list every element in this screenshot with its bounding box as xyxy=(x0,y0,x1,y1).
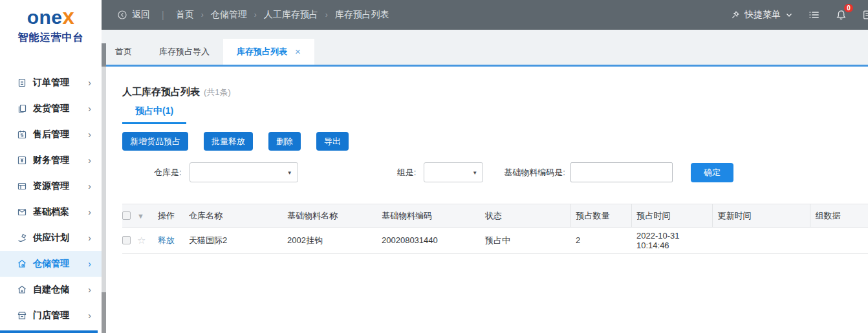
select-all-checkbox[interactable] xyxy=(122,211,131,220)
breadcrumb-manual-reservation[interactable]: 人工库存预占 xyxy=(264,9,318,21)
delete-button[interactable]: 删除 xyxy=(268,132,301,151)
store-icon xyxy=(17,310,27,321)
row-material-code: 200208031440 xyxy=(382,228,485,253)
topbar-divider: | xyxy=(162,10,164,20)
sidebar-item-aftersales-management[interactable]: 售后管理 › xyxy=(0,122,102,147)
column-header-reserved-qty: 预占数量 xyxy=(570,204,631,228)
sidebar-item-warehouse-management[interactable]: 仓储管理 › xyxy=(0,251,102,277)
archive-icon xyxy=(17,207,27,217)
warehouse-filter-label: 仓库是: xyxy=(154,167,182,178)
resource-icon xyxy=(17,181,27,191)
brand-subtitle: 智能运营中台 xyxy=(0,31,102,45)
breadcrumb-reservation-list[interactable]: 库存预占列表 xyxy=(335,9,389,21)
sidebar-scrollbar-top[interactable] xyxy=(102,43,106,67)
brand-logo[interactable]: onex 智能运营中台 xyxy=(0,0,102,45)
material-code-input[interactable] xyxy=(570,162,673,182)
topbar: 返回 | 首页 › 仓储管理 › 人工库存预占 › 库存预占列表 快捷菜单 xyxy=(102,0,868,30)
sidebar-item-supply-plan[interactable]: 供应计划 › xyxy=(0,225,102,251)
table-header-row: ▼ 操作 仓库名称 基础物料名称 基础物料编码 状态 预占数量 预占时间 更新时… xyxy=(122,204,868,228)
sidebar-vertical-scrollbar-thumb[interactable] xyxy=(102,292,106,333)
sidebar-item-order-management[interactable]: 订单管理 › xyxy=(0,70,102,96)
breadcrumb-separator-icon: › xyxy=(201,10,204,19)
clipped-edge-icon[interactable] xyxy=(862,9,868,21)
group-select[interactable]: ▼ xyxy=(424,162,483,182)
page-title-row: 人工库存预占列表(共1条) xyxy=(122,86,868,98)
row-material-name: 2002挂钩 xyxy=(287,228,382,253)
batch-release-button[interactable]: 批量释放 xyxy=(204,132,253,151)
column-header-status: 状态 xyxy=(485,204,570,228)
chevron-right-icon: › xyxy=(88,207,91,217)
tab-reservation-list[interactable]: 库存预占列表 × xyxy=(223,39,314,65)
action-button-row: 新增货品预占 批量释放 删除 导出 xyxy=(122,132,868,151)
tab-strip: 首页 库存预占导入 库存预占列表 × xyxy=(102,30,868,67)
sidebar-item-shipping-management[interactable]: 发货管理 › xyxy=(0,96,102,122)
select-all-header: ▼ xyxy=(122,204,158,228)
quick-menu-button[interactable]: 快捷菜单 xyxy=(730,9,793,21)
breadcrumb-warehouse-management[interactable]: 仓储管理 xyxy=(211,9,247,21)
column-header-group-data: 组数据 xyxy=(810,204,868,228)
supply-icon xyxy=(17,233,27,243)
favorite-star-icon[interactable]: ☆ xyxy=(137,235,146,245)
breadcrumb-home[interactable]: 首页 xyxy=(176,9,194,21)
close-tab-icon[interactable]: × xyxy=(295,39,301,65)
main-area: 返回 | 首页 › 仓储管理 › 人工库存预占 › 库存预占列表 快捷菜单 xyxy=(102,0,868,333)
list-icon[interactable] xyxy=(808,10,820,20)
sidebar-item-finance-management[interactable]: 财务管理 › xyxy=(0,147,102,173)
chevron-right-icon: › xyxy=(88,181,91,191)
page-title: 人工库存预占列表 xyxy=(122,86,200,97)
row-status: 预占中 xyxy=(485,228,570,253)
column-header-material-code: 基础物料编码 xyxy=(382,204,485,228)
row-action-cell: 释放 xyxy=(158,228,189,253)
selection-menu-caret-icon[interactable]: ▼ xyxy=(137,212,144,220)
row-group-data xyxy=(810,228,868,253)
sidebar-menu: 订单管理 › 发货管理 › 售后管理 › 财务管理 › 资源管理 › xyxy=(0,70,102,328)
column-header-action: 操作 xyxy=(158,204,189,228)
row-reserved-qty: 2 xyxy=(570,228,631,253)
self-warehouse-icon xyxy=(17,285,27,295)
sidebar-item-resource-management[interactable]: 资源管理 › xyxy=(0,173,102,199)
sidebar-splitter[interactable] xyxy=(102,43,106,333)
sidebar-horizontal-scrollbar-thumb[interactable] xyxy=(0,330,98,333)
notification-bell-icon[interactable]: 0 xyxy=(836,9,847,21)
breadcrumb-separator-icon: › xyxy=(254,10,257,19)
column-header-update-time: 更新时间 xyxy=(712,204,810,228)
export-button[interactable]: 导出 xyxy=(316,132,349,151)
tab-home[interactable]: 首页 xyxy=(102,39,146,65)
row-reserved-time: 2022-10-31 10:14:46 xyxy=(631,228,712,253)
row-checkbox[interactable] xyxy=(122,236,131,244)
warehouse-icon xyxy=(17,259,27,269)
group-filter-label: 组是: xyxy=(397,167,417,178)
sidebar-item-basic-archives[interactable]: 基础档案 › xyxy=(0,199,102,225)
material-code-filter-label: 基础物料编码是: xyxy=(504,167,565,178)
reservation-table: ▼ 操作 仓库名称 基础物料名称 基础物料编码 状态 预占数量 预占时间 更新时… xyxy=(122,204,868,253)
order-icon xyxy=(17,78,27,88)
notification-count-badge: 0 xyxy=(844,4,853,12)
chevron-right-icon: › xyxy=(88,310,91,321)
row-select-cell: ☆ xyxy=(122,228,158,253)
column-header-material-name: 基础物料名称 xyxy=(287,204,382,228)
back-button[interactable]: 返回 xyxy=(117,9,150,21)
tab-reservation-import[interactable]: 库存预占导入 xyxy=(146,39,223,65)
back-circle-arrow-icon xyxy=(117,10,127,20)
chevron-right-icon: › xyxy=(88,103,91,114)
select-caret-icon: ▼ xyxy=(287,169,292,175)
subtab-reserved[interactable]: 预占中(1) xyxy=(122,105,186,124)
row-update-time xyxy=(712,228,810,253)
column-header-reserved-time: 预占时间 xyxy=(631,204,712,228)
warehouse-select[interactable]: ▼ xyxy=(190,162,298,182)
app-root: onex 智能运营中台 订单管理 › 发货管理 › 售后管理 › 财务管理 xyxy=(0,0,868,333)
add-goods-reservation-button[interactable]: 新增货品预占 xyxy=(122,132,188,151)
chevron-right-icon: › xyxy=(88,233,91,243)
page-content: 人工库存预占列表(共1条) 预占中(1) 新增货品预占 批量释放 删除 导出 仓… xyxy=(102,67,868,333)
topbar-right-tools: 快捷菜单 0 xyxy=(730,9,868,21)
release-link[interactable]: 释放 xyxy=(158,235,175,245)
filter-row: 仓库是: ▼ 组是: ▼ 基础物料编码是: 确定 xyxy=(122,162,868,182)
breadcrumb-separator-icon: › xyxy=(325,10,328,19)
column-header-warehouse-name: 仓库名称 xyxy=(189,204,287,228)
confirm-button[interactable]: 确定 xyxy=(691,163,733,182)
sidebar-item-store-management[interactable]: 门店管理 › xyxy=(0,303,102,328)
chevron-right-icon: › xyxy=(88,78,91,88)
sidebar-item-self-built-warehouse[interactable]: 自建仓储 › xyxy=(0,277,102,303)
chevron-down-icon xyxy=(785,11,793,19)
aftersales-icon xyxy=(17,129,27,140)
